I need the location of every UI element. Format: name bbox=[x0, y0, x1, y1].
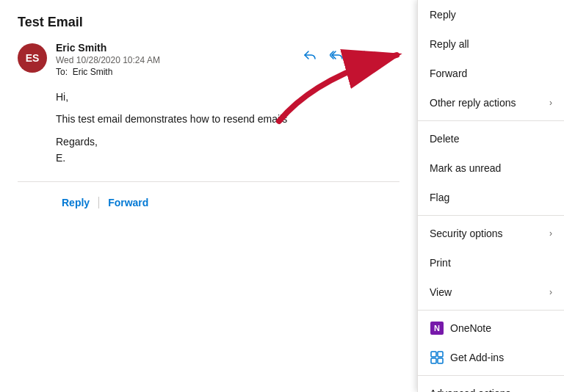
menu-divider-1 bbox=[418, 120, 564, 121]
email-meta: Eric Smith Wed 10/28/2020 10:24 AM To: E… bbox=[56, 42, 300, 77]
sender-name: Eric Smith bbox=[56, 42, 300, 54]
menu-item-reply[interactable]: Reply bbox=[418, 0, 564, 29]
svg-rect-6 bbox=[431, 358, 436, 363]
to-label: To: bbox=[56, 67, 68, 77]
svg-point-2 bbox=[394, 54, 396, 57]
menu-item-print[interactable]: Print bbox=[418, 248, 564, 277]
menu-item-other-reply-actions[interactable]: Other reply actions › bbox=[418, 88, 564, 117]
reply-icon[interactable] bbox=[300, 45, 320, 65]
body-line-1: Hi, bbox=[56, 89, 400, 105]
email-to: To: Eric Smith bbox=[56, 67, 300, 77]
menu-divider-4 bbox=[418, 375, 564, 376]
menu-item-reply-all[interactable]: Reply all bbox=[418, 29, 564, 59]
onenote-app-icon: N bbox=[430, 321, 444, 335]
chevron-right-icon: › bbox=[549, 98, 552, 108]
forward-button[interactable]: Forward bbox=[102, 194, 154, 211]
to-name: Eric Smith bbox=[73, 67, 113, 77]
email-actions bbox=[300, 42, 400, 65]
svg-point-0 bbox=[383, 54, 386, 57]
more-actions-icon[interactable] bbox=[379, 45, 400, 65]
svg-point-1 bbox=[388, 54, 391, 57]
reply-all-icon[interactable] bbox=[326, 45, 347, 65]
svg-rect-5 bbox=[438, 352, 443, 357]
email-footer-actions: Reply Forward bbox=[18, 181, 400, 211]
email-header: ES Eric Smith Wed 10/28/2020 10:24 AM To… bbox=[18, 42, 400, 77]
body-line-3: Regards,E. bbox=[56, 134, 400, 167]
forward-icon[interactable] bbox=[352, 45, 373, 65]
addins-icon bbox=[430, 350, 444, 365]
email-subject: Test Email bbox=[18, 15, 400, 30]
menu-item-forward[interactable]: Forward bbox=[418, 59, 564, 88]
footer-divider bbox=[98, 197, 99, 208]
email-date: Wed 10/28/2020 10:24 AM bbox=[56, 55, 300, 65]
chevron-right-icon-4: › bbox=[549, 388, 552, 392]
avatar: ES bbox=[18, 43, 47, 73]
context-menu: Reply Reply all Forward Other reply acti… bbox=[417, 0, 564, 392]
reply-button[interactable]: Reply bbox=[56, 194, 95, 211]
menu-item-delete[interactable]: Delete bbox=[418, 124, 564, 153]
svg-rect-7 bbox=[438, 358, 443, 363]
menu-item-advanced-actions[interactable]: Advanced actions › bbox=[418, 379, 564, 392]
chevron-right-icon-3: › bbox=[549, 287, 552, 297]
menu-item-get-addins[interactable]: Get Add-ins bbox=[418, 343, 564, 372]
email-body: Hi, This test email demonstrates how to … bbox=[18, 89, 400, 167]
menu-item-onenote[interactable]: N OneNote bbox=[418, 313, 564, 343]
menu-divider-3 bbox=[418, 310, 564, 311]
menu-item-flag[interactable]: Flag bbox=[418, 183, 564, 212]
menu-item-view[interactable]: View › bbox=[418, 277, 564, 307]
menu-item-security-options[interactable]: Security options › bbox=[418, 219, 564, 248]
menu-item-mark-unread[interactable]: Mark as unread bbox=[418, 153, 564, 183]
email-pane: Test Email ES Eric Smith Wed 10/28/2020 … bbox=[0, 0, 417, 392]
body-line-2: This test email demonstrates how to rese… bbox=[56, 111, 400, 127]
svg-rect-4 bbox=[431, 352, 436, 357]
chevron-right-icon-2: › bbox=[549, 228, 552, 239]
menu-divider-2 bbox=[418, 215, 564, 216]
